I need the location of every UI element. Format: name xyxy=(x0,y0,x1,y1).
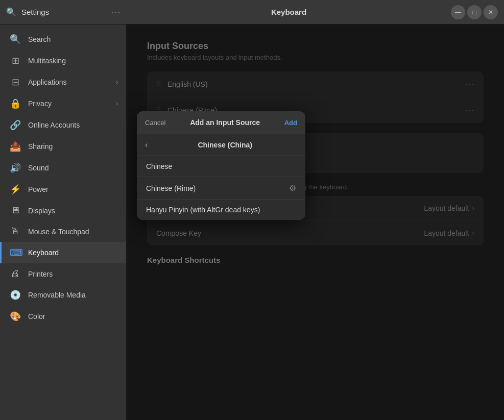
dropdown-back-button[interactable]: ‹ xyxy=(145,140,148,150)
dropdown-panel: ‹ Chinese (China) Chinese Chinese (Rime)… xyxy=(137,134,305,220)
sidebar-icon-power: ⚡ xyxy=(10,184,21,195)
sidebar-label-printers: Printers xyxy=(28,270,53,278)
sidebar-item-color[interactable]: 🎨 Color xyxy=(0,306,126,327)
sidebar-label-color: Color xyxy=(28,312,45,320)
dropdown-header: ‹ Chinese (China) xyxy=(137,134,305,156)
dialog-header: Cancel Add an Input Source Add xyxy=(137,111,305,134)
content-area: Input Sources Includes keyboard layouts … xyxy=(127,24,504,420)
sidebar-item-privacy[interactable]: 🔒 Privacy › xyxy=(0,93,126,114)
sidebar-item-applications[interactable]: ⊟ Applications › xyxy=(0,71,126,93)
minimize-button[interactable]: — xyxy=(451,5,465,19)
sidebar-label-displays: Displays xyxy=(28,207,55,215)
sidebar-label-sharing: Sharing xyxy=(28,142,53,151)
sidebar-item-sound[interactable]: 🔊 Sound xyxy=(0,157,126,179)
sidebar-icon-search: 🔍 xyxy=(10,34,21,45)
titlebar: 🔍 Settings ⋯ Keyboard — □ ✕ xyxy=(0,0,504,24)
sidebar-icon-color: 🎨 xyxy=(10,311,21,322)
sidebar-icon-printers: 🖨 xyxy=(10,268,21,279)
dropdown-header-title: Chinese (China) xyxy=(153,141,297,149)
sidebar-icon-displays: 🖥 xyxy=(10,205,21,216)
dialog-add-button[interactable]: Add xyxy=(284,119,297,127)
sidebar: 🔍 Search ⊞ Multitasking ⊟ Applications ›… xyxy=(0,24,127,420)
sidebar-label-multitasking: Multitasking xyxy=(28,57,66,65)
dropdown-item-chinese-(rime)[interactable]: Chinese (Rime) ⚙ xyxy=(137,177,305,200)
main-container: 🔍 Search ⊞ Multitasking ⊟ Applications ›… xyxy=(0,24,504,420)
close-button[interactable]: ✕ xyxy=(484,5,498,19)
sidebar-label-online-accounts: Online Accounts xyxy=(28,121,80,129)
sidebar-item-search[interactable]: 🔍 Search xyxy=(0,29,126,50)
sidebar-label-privacy: Privacy xyxy=(28,100,52,108)
sidebar-item-power[interactable]: ⚡ Power xyxy=(0,179,126,200)
sidebar-label-mouse-touchpad: Mouse & Touchpad xyxy=(28,228,89,236)
chevron-icon-applications: › xyxy=(116,79,118,86)
add-input-source-dialog: Cancel Add an Input Source Add ‹ Chinese… xyxy=(137,111,305,220)
dialog-title: Add an Input Source xyxy=(170,118,280,127)
sidebar-label-sound: Sound xyxy=(28,164,49,172)
dropdown-item-icon: ⚙ xyxy=(289,183,296,193)
sidebar-label-power: Power xyxy=(28,185,49,193)
sidebar-label-keyboard: Keyboard xyxy=(28,249,59,257)
dialog-cancel-button[interactable]: Cancel xyxy=(145,119,165,127)
sidebar-icon-applications: ⊟ xyxy=(10,77,21,88)
sidebar-icon-multitasking: ⊞ xyxy=(10,55,21,66)
sidebar-item-keyboard[interactable]: ⌨ Keyboard xyxy=(0,242,126,263)
sidebar-item-removable-media[interactable]: 💿 Removable Media xyxy=(0,284,126,306)
sidebar-icon-removable-media: 💿 xyxy=(10,289,21,301)
dropdown-item-hanyu-pinyin-(with-altgr-dead-keys)[interactable]: Hanyu Pinyin (with AltGr dead keys) xyxy=(137,200,305,220)
sidebar-icon-mouse-touchpad: 🖱 xyxy=(10,226,21,237)
titlebar-settings-label: Settings xyxy=(21,8,49,16)
titlebar-keyboard-label: Keyboard xyxy=(271,8,306,16)
maximize-button[interactable]: □ xyxy=(467,5,482,19)
titlebar-controls: — □ ✕ xyxy=(451,5,504,19)
sidebar-item-displays[interactable]: 🖥 Displays xyxy=(0,200,126,221)
sidebar-item-online-accounts[interactable]: 🔗 Online Accounts xyxy=(0,114,126,136)
dropdown-item-label: Hanyu Pinyin (with AltGr dead keys) xyxy=(146,206,260,214)
sidebar-label-applications: Applications xyxy=(28,78,67,86)
sidebar-icon-online-accounts: 🔗 xyxy=(10,119,21,131)
titlebar-center: Keyboard xyxy=(127,8,451,16)
dropdown-item-chinese[interactable]: Chinese xyxy=(137,156,305,177)
chevron-icon-privacy: › xyxy=(116,100,118,107)
sidebar-icon-sound: 🔊 xyxy=(10,162,21,174)
sidebar-item-multitasking[interactable]: ⊞ Multitasking xyxy=(0,50,126,71)
sidebar-icon-sharing: 📤 xyxy=(10,141,21,152)
sidebar-icon-keyboard: ⌨ xyxy=(10,247,21,258)
titlebar-dots-button[interactable]: ⋯ xyxy=(111,7,121,18)
dropdown-list: Chinese Chinese (Rime) ⚙ Hanyu Pinyin (w… xyxy=(137,156,305,220)
sidebar-item-mouse-touchpad[interactable]: 🖱 Mouse & Touchpad xyxy=(0,221,126,242)
sidebar-item-printers[interactable]: 🖨 Printers xyxy=(0,263,126,284)
sidebar-label-search: Search xyxy=(28,35,51,43)
sidebar-icon-privacy: 🔒 xyxy=(10,98,21,109)
titlebar-left: 🔍 Settings ⋯ xyxy=(0,7,127,18)
modal-overlay: Cancel Add an Input Source Add ‹ Chinese… xyxy=(127,24,504,420)
sidebar-label-removable-media: Removable Media xyxy=(28,291,86,299)
search-icon: 🔍 xyxy=(6,7,16,17)
dropdown-item-label: Chinese (Rime) xyxy=(146,184,196,192)
sidebar-item-sharing[interactable]: 📤 Sharing xyxy=(0,136,126,157)
dropdown-item-label: Chinese xyxy=(146,162,172,170)
